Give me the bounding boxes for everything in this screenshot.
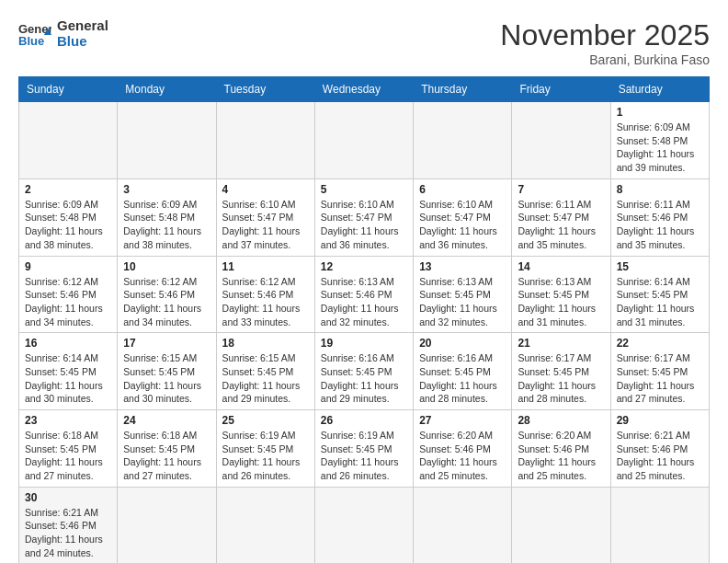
day-cell-1-3: 5Sunrise: 6:10 AMSunset: 5:47 PMDaylight…	[314, 178, 413, 256]
day-cell-4-0: 23Sunrise: 6:18 AMSunset: 5:45 PMDayligh…	[19, 410, 118, 488]
day-cell-5-6	[610, 487, 709, 563]
day-info: Sunrise: 6:19 AMSunset: 5:45 PMDaylight:…	[321, 429, 407, 483]
day-number: 15	[617, 260, 703, 273]
day-cell-3-3: 19Sunrise: 6:16 AMSunset: 5:45 PMDayligh…	[314, 333, 413, 410]
day-cell-4-3: 26Sunrise: 6:19 AMSunset: 5:45 PMDayligh…	[314, 410, 413, 488]
header-friday: Friday	[512, 77, 610, 102]
day-info: Sunrise: 6:15 AMSunset: 5:45 PMDaylight:…	[222, 351, 309, 406]
header-wednesday: Wednesday	[314, 77, 413, 102]
day-cell-5-1	[118, 487, 216, 563]
day-info: Sunrise: 6:14 AMSunset: 5:45 PMDaylight:…	[617, 275, 703, 329]
day-cell-2-5: 14Sunrise: 6:13 AMSunset: 5:45 PMDayligh…	[512, 256, 610, 333]
day-number: 6	[419, 183, 506, 196]
day-number: 20	[419, 337, 506, 350]
day-cell-4-1: 24Sunrise: 6:18 AMSunset: 5:45 PMDayligh…	[118, 410, 216, 488]
week-row-4: 23Sunrise: 6:18 AMSunset: 5:45 PMDayligh…	[19, 410, 710, 488]
day-number: 23	[25, 414, 111, 427]
day-cell-5-0: 30Sunrise: 6:21 AMSunset: 5:46 PMDayligh…	[19, 487, 118, 563]
day-cell-1-0: 2Sunrise: 6:09 AMSunset: 5:48 PMDaylight…	[19, 178, 118, 256]
day-info: Sunrise: 6:10 AMSunset: 5:47 PMDaylight:…	[321, 198, 407, 252]
day-number: 14	[518, 260, 604, 273]
day-cell-5-5	[512, 487, 610, 563]
day-cell-2-3: 12Sunrise: 6:13 AMSunset: 5:46 PMDayligh…	[314, 256, 413, 333]
day-info: Sunrise: 6:13 AMSunset: 5:45 PMDaylight:…	[419, 275, 506, 329]
weekday-header-row: SundayMondayTuesdayWednesdayThursdayFrid…	[19, 77, 710, 102]
logo-icon: General Blue	[18, 20, 51, 48]
day-info: Sunrise: 6:09 AMSunset: 5:48 PMDaylight:…	[25, 198, 111, 252]
day-cell-5-2	[216, 487, 314, 563]
day-info: Sunrise: 6:11 AMSunset: 5:46 PMDaylight:…	[617, 198, 703, 252]
day-cell-3-0: 16Sunrise: 6:14 AMSunset: 5:45 PMDayligh…	[19, 333, 118, 410]
day-cell-1-4: 6Sunrise: 6:10 AMSunset: 5:47 PMDaylight…	[414, 178, 512, 256]
day-number: 17	[123, 337, 210, 350]
day-cell-0-3	[314, 102, 413, 179]
day-info: Sunrise: 6:09 AMSunset: 5:48 PMDaylight:…	[123, 198, 210, 252]
day-number: 5	[321, 183, 407, 196]
day-number: 24	[123, 414, 210, 427]
day-cell-3-2: 18Sunrise: 6:15 AMSunset: 5:45 PMDayligh…	[216, 333, 314, 410]
day-info: Sunrise: 6:09 AMSunset: 5:48 PMDaylight:…	[617, 121, 703, 175]
day-info: Sunrise: 6:12 AMSunset: 5:46 PMDaylight:…	[222, 275, 309, 329]
day-info: Sunrise: 6:15 AMSunset: 5:45 PMDaylight:…	[123, 351, 210, 406]
day-number: 10	[123, 260, 210, 273]
location: Barani, Burkina Faso	[500, 52, 710, 67]
week-row-5: 30Sunrise: 6:21 AMSunset: 5:46 PMDayligh…	[19, 487, 710, 563]
day-cell-0-4	[414, 102, 512, 179]
day-cell-5-3	[314, 487, 413, 563]
logo-blue: Blue	[57, 33, 87, 49]
svg-text:Blue: Blue	[18, 34, 44, 48]
day-cell-0-1	[118, 102, 216, 179]
day-number: 29	[617, 414, 703, 427]
day-number: 19	[321, 337, 407, 350]
page-header: General Blue General Blue November 2025 …	[18, 18, 710, 67]
day-cell-4-6: 29Sunrise: 6:21 AMSunset: 5:46 PMDayligh…	[610, 410, 709, 488]
week-row-3: 16Sunrise: 6:14 AMSunset: 5:45 PMDayligh…	[19, 333, 710, 410]
month-title: November 2025	[500, 18, 710, 52]
day-info: Sunrise: 6:10 AMSunset: 5:47 PMDaylight:…	[222, 198, 309, 252]
day-info: Sunrise: 6:21 AMSunset: 5:46 PMDaylight:…	[617, 429, 703, 483]
day-number: 9	[25, 260, 111, 273]
day-info: Sunrise: 6:21 AMSunset: 5:46 PMDaylight:…	[25, 506, 111, 560]
day-number: 7	[518, 183, 604, 196]
day-number: 18	[222, 337, 309, 350]
day-info: Sunrise: 6:13 AMSunset: 5:45 PMDaylight:…	[518, 275, 604, 329]
calendar: SundayMondayTuesdayWednesdayThursdayFrid…	[18, 76, 710, 563]
day-number: 21	[518, 337, 604, 350]
day-cell-2-6: 15Sunrise: 6:14 AMSunset: 5:45 PMDayligh…	[610, 256, 709, 333]
day-info: Sunrise: 6:19 AMSunset: 5:45 PMDaylight:…	[222, 429, 309, 483]
day-cell-1-5: 7Sunrise: 6:11 AMSunset: 5:47 PMDaylight…	[512, 178, 610, 256]
day-cell-4-5: 28Sunrise: 6:20 AMSunset: 5:46 PMDayligh…	[512, 410, 610, 488]
day-number: 26	[321, 414, 407, 427]
day-number: 25	[222, 414, 309, 427]
day-info: Sunrise: 6:18 AMSunset: 5:45 PMDaylight:…	[123, 429, 210, 483]
week-row-2: 9Sunrise: 6:12 AMSunset: 5:46 PMDaylight…	[19, 256, 710, 333]
day-info: Sunrise: 6:17 AMSunset: 5:45 PMDaylight:…	[518, 351, 604, 406]
day-number: 12	[321, 260, 407, 273]
day-cell-3-5: 21Sunrise: 6:17 AMSunset: 5:45 PMDayligh…	[512, 333, 610, 410]
day-cell-1-2: 4Sunrise: 6:10 AMSunset: 5:47 PMDaylight…	[216, 178, 314, 256]
day-info: Sunrise: 6:12 AMSunset: 5:46 PMDaylight:…	[123, 275, 210, 329]
day-cell-0-6: 1Sunrise: 6:09 AMSunset: 5:48 PMDaylight…	[610, 102, 709, 179]
day-info: Sunrise: 6:12 AMSunset: 5:46 PMDaylight:…	[25, 275, 111, 329]
day-info: Sunrise: 6:20 AMSunset: 5:46 PMDaylight:…	[518, 429, 604, 483]
day-number: 16	[25, 337, 111, 350]
day-number: 27	[419, 414, 506, 427]
day-cell-3-6: 22Sunrise: 6:17 AMSunset: 5:45 PMDayligh…	[610, 333, 709, 410]
day-info: Sunrise: 6:13 AMSunset: 5:46 PMDaylight:…	[321, 275, 407, 329]
logo: General Blue General Blue	[18, 18, 108, 49]
day-cell-5-4	[414, 487, 512, 563]
header-sunday: Sunday	[19, 77, 118, 102]
day-cell-1-6: 8Sunrise: 6:11 AMSunset: 5:46 PMDaylight…	[610, 178, 709, 256]
logo-general: General	[57, 17, 108, 33]
day-cell-0-2	[216, 102, 314, 179]
header-tuesday: Tuesday	[216, 77, 314, 102]
day-info: Sunrise: 6:16 AMSunset: 5:45 PMDaylight:…	[419, 351, 506, 406]
day-number: 2	[25, 183, 111, 196]
day-cell-2-1: 10Sunrise: 6:12 AMSunset: 5:46 PMDayligh…	[118, 256, 216, 333]
day-number: 13	[419, 260, 506, 273]
day-cell-3-4: 20Sunrise: 6:16 AMSunset: 5:45 PMDayligh…	[414, 333, 512, 410]
day-number: 3	[123, 183, 210, 196]
day-cell-4-4: 27Sunrise: 6:20 AMSunset: 5:46 PMDayligh…	[414, 410, 512, 488]
day-cell-1-1: 3Sunrise: 6:09 AMSunset: 5:48 PMDaylight…	[118, 178, 216, 256]
day-number: 8	[617, 183, 703, 196]
